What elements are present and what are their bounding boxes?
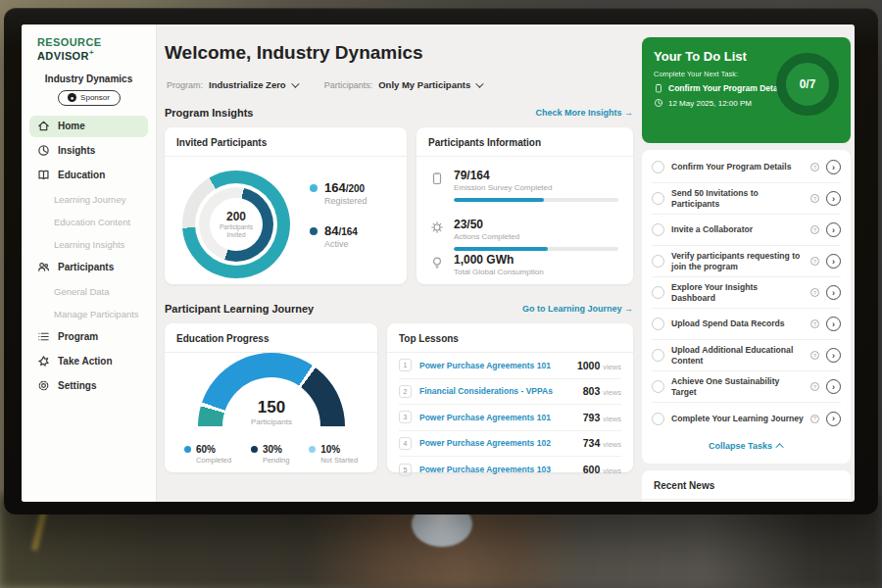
gauge-center: 150 Participants bbox=[222, 377, 320, 426]
task-checkbox[interactable] bbox=[652, 192, 664, 205]
legend-dot bbox=[310, 227, 318, 235]
task-row[interactable]: Upload Spend Data Records ? › bbox=[652, 309, 841, 340]
lesson-title-link[interactable]: Power Purchase Agreements 102 bbox=[419, 438, 575, 448]
participants-dropdown[interactable]: Only My Participants bbox=[378, 79, 481, 90]
lesson-rank: 4 bbox=[399, 437, 412, 450]
legend-label: Not Started bbox=[320, 456, 358, 465]
task-checkbox[interactable] bbox=[652, 255, 664, 268]
task-row[interactable]: Confirm Your Program Details ? › bbox=[652, 152, 841, 183]
lightbulb-icon bbox=[430, 256, 444, 270]
legend-value: 60% bbox=[196, 444, 216, 455]
sidebar-item-take-action[interactable]: Take Action bbox=[29, 351, 148, 372]
sidebar-item-manage-participants[interactable]: Manage Participants bbox=[29, 304, 148, 324]
lesson-title-link[interactable]: Financial Considerations - VPPAs bbox=[419, 386, 575, 396]
lesson-views-unit: views bbox=[603, 415, 621, 423]
task-checkbox[interactable] bbox=[652, 413, 664, 425]
clock-icon bbox=[654, 98, 663, 108]
sidebar-item-label: Learning Journey bbox=[54, 194, 125, 205]
info-icon: ? bbox=[810, 351, 819, 360]
program-dropdown-value: Industrialize Zero bbox=[209, 79, 286, 90]
home-icon bbox=[37, 120, 50, 132]
go-to-learning-journey-link[interactable]: Go to Learning Journey → bbox=[522, 304, 633, 314]
legend-label: Active bbox=[324, 239, 358, 249]
task-label: Verify participants requesting to join t… bbox=[671, 251, 804, 271]
chevron-right-icon[interactable]: › bbox=[826, 348, 841, 363]
sidebar: RESOURCE ADVISOR+ Industry Dynamics ● Sp… bbox=[22, 24, 157, 502]
info-icon: ? bbox=[810, 163, 819, 172]
sidebar-item-settings[interactable]: Settings bbox=[29, 375, 148, 397]
chevron-right-icon[interactable]: › bbox=[826, 412, 841, 426]
gauge-center-value: 150 bbox=[258, 399, 285, 416]
legend-item-completed: 60%Completed bbox=[184, 444, 231, 465]
task-row[interactable]: Complete Your Learning Journey ? › bbox=[652, 403, 841, 434]
chevron-right-icon[interactable]: › bbox=[826, 222, 841, 237]
task-checkbox[interactable] bbox=[652, 380, 664, 393]
task-checkbox[interactable] bbox=[652, 349, 664, 362]
todo-progress-count: 0/7 bbox=[800, 77, 816, 91]
lesson-title-link[interactable]: Power Purchase Agreements 101 bbox=[419, 413, 575, 422]
task-checkbox[interactable] bbox=[652, 223, 664, 236]
sidebar-item-label: General Data bbox=[54, 286, 110, 297]
chevron-right-icon[interactable]: › bbox=[826, 285, 841, 300]
task-checkbox[interactable] bbox=[652, 161, 664, 173]
card-title: Participants Information bbox=[416, 127, 633, 157]
task-row[interactable]: Upload Additional Educational Content ? … bbox=[652, 340, 841, 371]
sidebar-item-home[interactable]: Home bbox=[29, 116, 148, 137]
task-label: Complete Your Learning Journey bbox=[671, 414, 804, 424]
chevron-right-icon[interactable]: › bbox=[826, 160, 841, 174]
sidebar-item-label: Manage Participants bbox=[54, 309, 139, 319]
gear-icon bbox=[430, 220, 444, 234]
invited-donut-chart: 200 Participants Invited bbox=[182, 171, 290, 278]
task-row[interactable]: Invite a Collaborator ? › bbox=[652, 215, 841, 246]
program-filter: Program: Industrialize Zero bbox=[167, 79, 297, 90]
card-title: Top Lessons bbox=[387, 323, 633, 353]
chevron-right-icon[interactable]: › bbox=[826, 317, 841, 331]
task-row[interactable]: Send 50 Invitations to Participants ? › bbox=[652, 183, 841, 215]
task-label: Upload Spend Data Records bbox=[671, 318, 804, 329]
program-dropdown[interactable]: Industrialize Zero bbox=[209, 79, 297, 90]
lesson-title-link[interactable]: Power Purchase Agreements 101 bbox=[419, 361, 569, 370]
collapse-tasks-link[interactable]: Collapse Tasks bbox=[652, 434, 841, 458]
task-row[interactable]: Verify participants requesting to join t… bbox=[652, 246, 841, 277]
task-row[interactable]: Achieve One Sustainability Target ? › bbox=[652, 371, 841, 403]
donut-center: 200 Participants Invited bbox=[210, 198, 263, 251]
todo-next-task-label: Confirm Your Program Details bbox=[668, 83, 787, 93]
sidebar-item-learning-insights[interactable]: Learning Insights bbox=[29, 234, 148, 255]
lesson-title-link[interactable]: Power Purchase Agreements 103 bbox=[419, 465, 575, 474]
info-icon: ? bbox=[810, 257, 819, 266]
sidebar-item-education[interactable]: Education bbox=[29, 165, 148, 186]
task-checkbox[interactable] bbox=[652, 286, 664, 299]
info-icon: ? bbox=[810, 319, 819, 328]
progress-bar bbox=[454, 247, 618, 251]
chevron-down-icon bbox=[291, 79, 299, 87]
legend-label: Completed bbox=[196, 456, 231, 465]
lesson-row: 4 Power Purchase Agreements 102 734views bbox=[399, 431, 621, 458]
task-label: Explore Your Insights Dashboard bbox=[671, 282, 804, 303]
chevron-up-icon bbox=[775, 443, 783, 451]
sidebar-item-label: Participants bbox=[58, 262, 114, 272]
chevron-right-icon[interactable]: › bbox=[826, 254, 841, 269]
main-content: Welcome, Industry Dynamics Program: Indu… bbox=[165, 24, 633, 502]
chevron-right-icon[interactable]: › bbox=[826, 191, 841, 206]
filter-bar: Program: Industrialize Zero Participants… bbox=[167, 79, 481, 90]
metric-label: Total Global Consumption bbox=[454, 268, 616, 276]
check-more-insights-link[interactable]: Check More Insights → bbox=[535, 108, 633, 118]
task-checkbox[interactable] bbox=[652, 318, 664, 330]
sidebar-item-insights[interactable]: Insights bbox=[29, 140, 148, 162]
sidebar-item-label: Education bbox=[58, 170, 105, 180]
lesson-views: 803 bbox=[583, 385, 601, 397]
task-row[interactable]: Explore Your Insights Dashboard ? › bbox=[652, 277, 841, 309]
lesson-views-unit: views bbox=[603, 388, 621, 397]
legend-label: Pending bbox=[263, 456, 290, 465]
sidebar-item-program[interactable]: Program bbox=[29, 326, 148, 348]
sidebar-item-education-content[interactable]: Education Content bbox=[29, 212, 148, 232]
chevron-right-icon[interactable]: › bbox=[826, 379, 841, 394]
arrow-right-icon: → bbox=[624, 304, 633, 314]
chevron-down-icon bbox=[475, 79, 483, 87]
sidebar-item-participants[interactable]: Participants bbox=[29, 257, 148, 278]
legend-value: 164 bbox=[324, 180, 346, 195]
todo-panel: Your To Do List Complete Your Next Task:… bbox=[642, 37, 851, 143]
sidebar-item-general-data[interactable]: General Data bbox=[29, 281, 148, 302]
gauge-legend: 60%Completed 30%Pending 10%Not Started bbox=[174, 444, 368, 465]
sidebar-item-learning-journey[interactable]: Learning Journey bbox=[29, 189, 148, 210]
